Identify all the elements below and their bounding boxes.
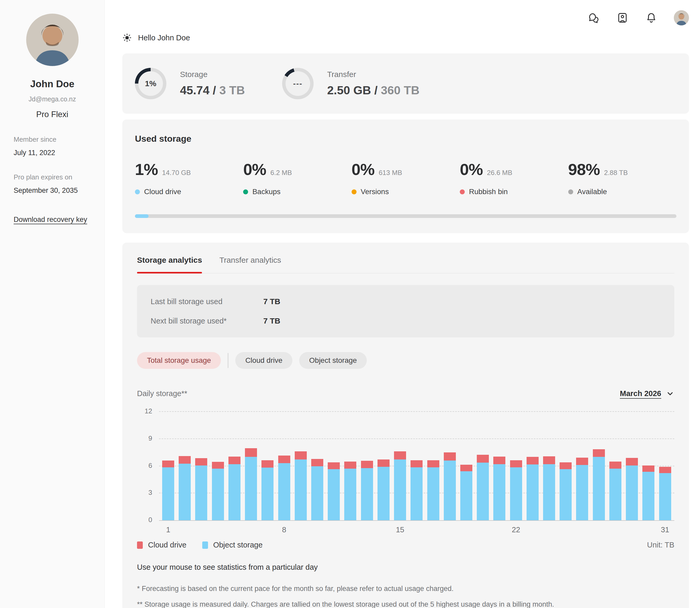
chart-bar-day-26[interactable] bbox=[576, 458, 588, 520]
chart-bar-day-3[interactable] bbox=[195, 458, 207, 520]
chart-bar-day-29[interactable] bbox=[626, 458, 638, 520]
chart-bar-day-19[interactable] bbox=[460, 465, 472, 520]
apps-grid-icon[interactable] bbox=[559, 12, 571, 24]
bar-segment-cloud-drive bbox=[179, 456, 191, 464]
chart-bar-day-17[interactable] bbox=[427, 460, 439, 520]
stat-size: 613 MB bbox=[379, 169, 402, 177]
bar-segment-cloud-drive bbox=[427, 460, 439, 467]
used-storage-card: Used storage 1%14.70 GBCloud drive0%6.2 … bbox=[122, 119, 689, 233]
tab-transfer-analytics[interactable]: Transfer analytics bbox=[219, 256, 281, 273]
chart-bar-day-28[interactable] bbox=[609, 461, 621, 520]
stat-top: 0%26.6 MB bbox=[460, 160, 568, 179]
chart-bar-day-12[interactable] bbox=[344, 461, 356, 520]
bar-segment-object-storage bbox=[378, 467, 390, 520]
chip-total-storage-usage[interactable]: Total storage usage bbox=[137, 352, 221, 369]
profile-email: Jd@mega.co.nz bbox=[14, 95, 91, 103]
chart-bar-day-6[interactable] bbox=[245, 448, 257, 520]
chart-bar-day-1[interactable]: 1 bbox=[162, 460, 174, 520]
download-recovery-key-link[interactable]: Download recovery key bbox=[14, 215, 87, 224]
tab-storage-analytics[interactable]: Storage analytics bbox=[137, 256, 202, 273]
bar-segment-cloud-drive bbox=[328, 462, 340, 469]
available-dot-icon bbox=[568, 189, 573, 194]
bar-segment-cloud-drive bbox=[344, 461, 356, 469]
bar-segment-cloud-drive bbox=[560, 462, 572, 469]
bar-segment-object-storage bbox=[659, 473, 671, 520]
avatar bbox=[26, 14, 79, 66]
chart-bar-day-27[interactable] bbox=[593, 449, 605, 520]
transfer-total: 360 TB bbox=[381, 83, 420, 97]
stat-percent: 98% bbox=[568, 160, 600, 179]
bar-segment-object-storage bbox=[626, 466, 638, 520]
chart-bar-day-24[interactable] bbox=[543, 456, 555, 520]
chart-bar-day-4[interactable] bbox=[212, 462, 224, 520]
storage-used: 45.74 / bbox=[180, 83, 216, 97]
chip-cloud-drive[interactable]: Cloud drive bbox=[235, 352, 292, 369]
chart-bar-day-9[interactable] bbox=[295, 451, 307, 520]
bar-segment-object-storage bbox=[278, 463, 290, 520]
bar-segment-object-storage bbox=[609, 469, 621, 520]
stat-label: Backups bbox=[243, 188, 351, 196]
chart-bar-day-13[interactable] bbox=[361, 461, 373, 520]
chip-object-storage[interactable]: Object storage bbox=[299, 352, 367, 369]
footnotes: * Forecasting is based on the current pa… bbox=[137, 584, 567, 608]
chart-bar-day-10[interactable] bbox=[311, 459, 323, 520]
cloud-drive-dot-icon bbox=[135, 189, 140, 194]
bar-segment-object-storage bbox=[262, 468, 273, 520]
analytics-card: Storage analyticsTransfer analytics Last… bbox=[122, 243, 689, 608]
chart-bar-day-22[interactable]: 22 bbox=[510, 460, 522, 520]
storage-stat-available: 98%2.88 TBAvailable bbox=[568, 160, 677, 196]
bar-segment-cloud-drive bbox=[477, 455, 489, 462]
bar-segment-object-storage bbox=[361, 468, 373, 520]
chart-bar-day-20[interactable] bbox=[477, 455, 489, 520]
bar-segment-object-storage bbox=[477, 462, 489, 520]
bar-segment-cloud-drive bbox=[162, 460, 174, 467]
rubbish-bin-dot-icon bbox=[460, 189, 465, 194]
bar-segment-cloud-drive bbox=[394, 451, 406, 459]
bar-segment-object-storage bbox=[195, 466, 207, 520]
chart-plot-area: 03691218152231 bbox=[159, 412, 674, 521]
chart-bar-day-30[interactable] bbox=[642, 466, 655, 520]
bill-row-value: 7 TB bbox=[263, 297, 280, 306]
bar-segment-object-storage bbox=[460, 471, 472, 520]
bar-segment-cloud-drive bbox=[609, 461, 621, 469]
chart-bar-day-16[interactable] bbox=[411, 460, 422, 520]
storage-total: 3 TB bbox=[219, 83, 245, 97]
bar-segment-cloud-drive bbox=[378, 459, 390, 467]
contacts-icon[interactable] bbox=[616, 12, 629, 24]
transfer-gauge: --- bbox=[282, 68, 314, 99]
bill-row-next-bill-storage-used: Next bill storage used*7 TB bbox=[151, 317, 661, 325]
bar-segment-cloud-drive bbox=[626, 458, 638, 466]
chart-bar-day-11[interactable] bbox=[328, 462, 340, 520]
chart-bar-day-23[interactable] bbox=[527, 457, 538, 520]
gridline-12 bbox=[159, 411, 674, 412]
chart-bar-day-5[interactable] bbox=[228, 457, 241, 520]
chart-bar-day-25[interactable] bbox=[560, 462, 572, 520]
overview-card: 1% Storage 45.74 / 3 TB --- Transfer 2.5… bbox=[122, 54, 689, 114]
bar-segment-cloud-drive bbox=[228, 457, 241, 464]
transfer-value: 2.50 GB / 360 TB bbox=[327, 83, 420, 97]
bar-segment-cloud-drive bbox=[659, 467, 671, 473]
bar-segment-object-storage bbox=[394, 459, 406, 520]
bar-segment-object-storage bbox=[444, 460, 456, 520]
storage-stat-rubbish-bin: 0%26.6 MBRubbish bin bbox=[460, 160, 568, 196]
greeting-row: Hello John Doe bbox=[122, 33, 689, 42]
user-avatar[interactable] bbox=[674, 10, 689, 25]
chart-bar-day-14[interactable] bbox=[378, 459, 390, 520]
storage-progress-bar bbox=[135, 214, 677, 218]
chat-icon[interactable] bbox=[587, 12, 600, 24]
month-selector-value: March 2026 bbox=[620, 389, 661, 398]
chart-bar-day-18[interactable] bbox=[444, 452, 456, 520]
month-selector[interactable]: March 2026 bbox=[620, 389, 674, 398]
bar-segment-object-storage bbox=[311, 466, 323, 520]
stat-label: Cloud drive bbox=[135, 188, 243, 196]
chart-bar-day-15[interactable]: 15 bbox=[394, 451, 406, 520]
chart-bar-day-2[interactable] bbox=[179, 456, 191, 520]
stat-label: Rubbish bin bbox=[460, 188, 568, 196]
footnote-forecasting: * Forecasting is based on the current pa… bbox=[137, 584, 567, 594]
chart-bar-day-31[interactable]: 31 bbox=[659, 467, 671, 520]
notifications-icon[interactable] bbox=[645, 12, 658, 24]
chart-bar-day-21[interactable] bbox=[493, 457, 505, 520]
chart-bar-day-8[interactable]: 8 bbox=[278, 456, 290, 520]
plan-expires-label: Pro plan expires on bbox=[14, 173, 91, 181]
chart-bar-day-7[interactable] bbox=[262, 460, 273, 520]
